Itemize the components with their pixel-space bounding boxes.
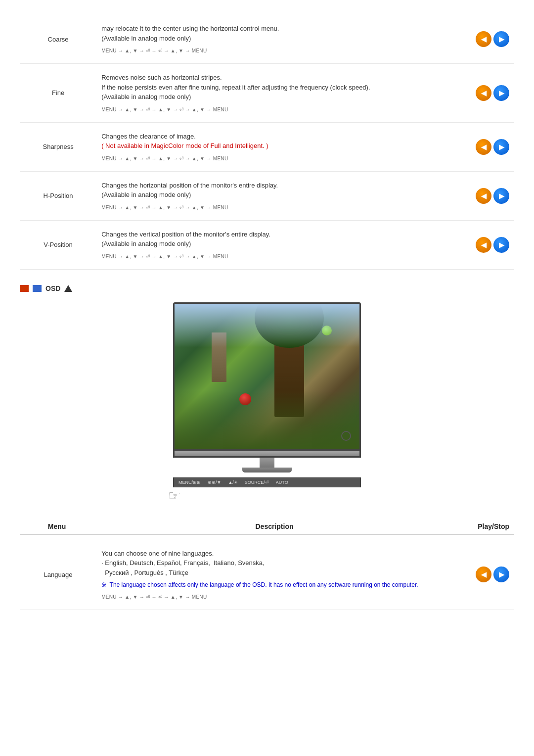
prev-button-sharpness[interactable]: ◀ bbox=[476, 139, 491, 155]
osd-section-divider: OSD bbox=[20, 284, 514, 292]
table-row: Language You can choose one of nine lang… bbox=[20, 540, 514, 610]
next-button-fine[interactable]: ▶ bbox=[493, 85, 509, 101]
table-row: V-Position Changes the vertical position… bbox=[20, 220, 514, 269]
monitor-stand-neck bbox=[260, 458, 274, 468]
prev-button-coarse[interactable]: ◀ bbox=[476, 31, 491, 47]
menu-path-fine: MENU → ▲, ▼ → ⏎ → ▲, ▼ → ⏎ → ▲, ▼ → MENU bbox=[101, 106, 457, 113]
row-label-vposition: V-Position bbox=[20, 220, 96, 269]
prev-button-language[interactable]: ◀ bbox=[476, 567, 491, 582]
sky-overlay bbox=[175, 304, 359, 347]
menu-path-vposition: MENU → ▲, ▼ → ⏎ → ▲, ▼ → ⏎ → ▲, ▼ → MENU bbox=[101, 253, 457, 260]
prev-button-hposition[interactable]: ◀ bbox=[476, 188, 491, 204]
settings-table: Coarse may relocate it to the center usi… bbox=[20, 15, 514, 270]
row-label-coarse: Coarse bbox=[20, 15, 96, 64]
ground-overlay bbox=[175, 391, 359, 449]
menu-path-sharpness: MENU → ▲, ▼ → ⏎ → ▲, ▼ → ⏎ → ▲, ▼ → MENU bbox=[101, 155, 457, 162]
btn-pair-fine: ◀ ▶ bbox=[467, 85, 509, 101]
row-btns-fine: ◀ ▶ bbox=[462, 64, 514, 123]
menu-control-label: MENU/⊞⊞ bbox=[178, 480, 201, 485]
monitor-stand-base bbox=[242, 468, 292, 472]
header-menu: Menu bbox=[25, 522, 89, 530]
source-control-label: SOURCE/⏎ bbox=[245, 480, 269, 485]
monitor-controls-bar: MENU/⊞⊞ ⊕⊕/▼ ▲/☀ SOURCE/⏎ AUTO bbox=[173, 477, 361, 487]
btn-pair-language: ◀ ▶ bbox=[467, 567, 509, 582]
prev-button-fine[interactable]: ◀ bbox=[476, 85, 491, 101]
table-row: Sharpness Changes the clearance of image… bbox=[20, 122, 514, 171]
screen-image bbox=[175, 304, 359, 449]
table-row: Fine Removes noise such as horizontal st… bbox=[20, 64, 514, 123]
btn-pair-hposition: ◀ ▶ bbox=[467, 188, 509, 204]
header-description: Description bbox=[94, 522, 455, 530]
monitor-screen-wrapper bbox=[173, 302, 361, 451]
menu-path-language: MENU → ▲, ▼ → ⏎ → ⏎ → ▲, ▼ → MENU bbox=[101, 593, 457, 601]
nav-box-red-icon bbox=[20, 285, 29, 292]
row-label-hposition: H-Position bbox=[20, 171, 96, 220]
row-btns-vposition: ◀ ▶ bbox=[462, 220, 514, 269]
row-btns-sharpness: ◀ ▶ bbox=[462, 122, 514, 171]
next-button-vposition[interactable]: ▶ bbox=[493, 237, 509, 253]
row-desc-fine: Removes noise such as horizontal stripes… bbox=[96, 64, 462, 123]
next-button-hposition[interactable]: ▶ bbox=[493, 188, 509, 204]
adjust-control-label: ⊕⊕/▼ bbox=[208, 480, 221, 485]
next-button-language[interactable]: ▶ bbox=[493, 567, 509, 582]
row-desc-hposition: Changes the horizontal position of the m… bbox=[96, 171, 462, 220]
row-label-fine: Fine bbox=[20, 64, 96, 123]
row-btns-coarse: ◀ ▶ bbox=[462, 15, 514, 64]
monitor-container: MENU/⊞⊞ ⊕⊕/▼ ▲/☀ SOURCE/⏎ AUTO ☞ bbox=[20, 302, 514, 504]
row-desc-language: You can choose one of nine languages. · … bbox=[96, 540, 462, 610]
power-indicator bbox=[341, 431, 351, 442]
hand-cursor-icon: ☞ bbox=[163, 487, 180, 504]
up-bright-control-label: ▲/☀ bbox=[228, 480, 237, 485]
row-label-sharpness: Sharpness bbox=[20, 122, 96, 171]
osd-settings-table: Language You can choose one of nine lang… bbox=[20, 540, 514, 611]
btn-pair-sharpness: ◀ ▶ bbox=[467, 139, 509, 155]
monitor-screen bbox=[173, 302, 361, 451]
btn-pair-coarse: ◀ ▶ bbox=[467, 31, 509, 47]
nav-box-blue-icon bbox=[33, 285, 42, 292]
next-button-coarse[interactable]: ▶ bbox=[493, 31, 509, 47]
row-btns-language: ◀ ▶ bbox=[462, 540, 514, 610]
next-button-sharpness[interactable]: ▶ bbox=[493, 139, 509, 155]
menu-path-coarse: MENU → ▲, ▼ → ⏎ → ⏎ → ▲, ▼ → MENU bbox=[101, 47, 457, 54]
row-desc-coarse: may relocate it to the center using the … bbox=[96, 15, 462, 64]
row-btns-hposition: ◀ ▶ bbox=[462, 171, 514, 220]
table-row: H-Position Changes the horizontal positi… bbox=[20, 171, 514, 220]
row-label-language: Language bbox=[20, 540, 96, 610]
row-desc-vposition: Changes the vertical position of the mon… bbox=[96, 220, 462, 269]
row-desc-sharpness: Changes the clearance of image. ( Not av… bbox=[96, 122, 462, 171]
prev-button-vposition[interactable]: ◀ bbox=[476, 237, 491, 253]
auto-control-label: AUTO bbox=[276, 480, 288, 485]
second-table-header: Menu Description Play/Stop bbox=[20, 519, 514, 535]
triangle-up-icon bbox=[64, 285, 72, 292]
monitor-bezel-bottom bbox=[173, 451, 361, 458]
power-circle-icon bbox=[341, 431, 351, 441]
btn-pair-vposition: ◀ ▶ bbox=[467, 237, 509, 253]
header-playstop: Play/Stop bbox=[460, 522, 509, 530]
menu-path-hposition: MENU → ▲, ▼ → ⏎ → ▲, ▼ → ⏎ → ▲, ▼ → MENU bbox=[101, 204, 457, 211]
table-row: Coarse may relocate it to the center usi… bbox=[20, 15, 514, 64]
monitor-wrapper: MENU/⊞⊞ ⊕⊕/▼ ▲/☀ SOURCE/⏎ AUTO ☞ bbox=[163, 302, 371, 504]
osd-section-title: OSD bbox=[45, 284, 60, 292]
language-warning-note: ※ The language chosen affects only the l… bbox=[101, 580, 457, 589]
